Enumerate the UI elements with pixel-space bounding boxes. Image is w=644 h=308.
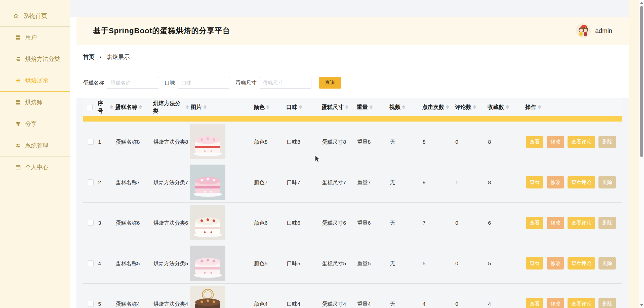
sort-arrows-icon[interactable]: [402, 105, 405, 109]
edit-button[interactable]: 修改: [547, 257, 564, 270]
sidebar-item-label: 系统管理: [25, 142, 48, 149]
cake-photo[interactable]: [190, 162, 253, 202]
row-checkbox[interactable]: [88, 260, 94, 266]
user-box[interactable]: admin: [576, 23, 612, 38]
edit-button[interactable]: 修改: [547, 176, 564, 188]
row-checkbox-cell: [83, 220, 97, 226]
delete-button[interactable]: 删除: [598, 176, 616, 188]
column-header-重量[interactable]: 重量: [356, 102, 389, 112]
view-comments-button[interactable]: 查看评论: [568, 298, 595, 308]
user-avatar[interactable]: [576, 23, 591, 38]
cake-photo[interactable]: [190, 122, 253, 162]
sort-arrows-icon[interactable]: [266, 105, 269, 109]
column-header-点击次数[interactable]: 点击次数: [422, 102, 454, 112]
edit-button[interactable]: 修改: [547, 217, 564, 229]
username-label[interactable]: admin: [595, 27, 612, 34]
cake-photo[interactable]: [190, 203, 253, 243]
column-header-颜色[interactable]: 颜色: [253, 102, 286, 112]
edit-button[interactable]: 修改: [547, 136, 564, 148]
scroll-down-arrow-icon[interactable]: [640, 304, 643, 306]
sort-arrows-icon[interactable]: [186, 105, 189, 109]
sidebar-item-分享[interactable]: 分享: [0, 113, 70, 135]
search-input[interactable]: [259, 77, 311, 89]
view-button[interactable]: 查看: [526, 217, 543, 229]
select-all-checkbox[interactable]: [87, 104, 93, 110]
cell-size: 蛋糕尺寸5: [321, 259, 356, 267]
row-checkbox[interactable]: [88, 220, 94, 226]
column-header-收藏数[interactable]: 收藏数: [487, 102, 525, 112]
column-header-口味[interactable]: 口味: [286, 102, 321, 112]
cell-favorites: 6: [487, 219, 525, 227]
column-header-label: 烘焙方法分类: [153, 100, 184, 114]
table-panel: 序号 蛋糕名称 烘焙方法分类 图片 颜色 口味 蛋糕尺寸 重量: [76, 98, 629, 308]
scrollbar-thumb[interactable]: [640, 6, 643, 157]
sort-arrows-icon[interactable]: [370, 105, 373, 109]
column-header-蛋糕名称[interactable]: 蛋糕名称: [115, 102, 152, 112]
row-checkbox[interactable]: [88, 179, 94, 185]
edit-button[interactable]: 修改: [547, 298, 564, 308]
breadcrumb-home[interactable]: 首页: [83, 53, 95, 61]
column-header-图片[interactable]: 图片: [190, 102, 253, 112]
sidebar-item-系统首页[interactable]: 系统首页: [0, 5, 70, 27]
sort-arrows-icon[interactable]: [345, 105, 348, 109]
sort-arrows-icon[interactable]: [538, 105, 541, 109]
view-button[interactable]: 查看: [526, 298, 543, 308]
delete-button[interactable]: 删除: [598, 257, 616, 270]
cell-category: 烘焙方法分类4: [152, 300, 190, 308]
sort-arrows-icon[interactable]: [204, 105, 207, 109]
sidebar-item-系统管理[interactable]: 系统管理: [0, 135, 70, 157]
delete-button[interactable]: 删除: [598, 217, 616, 229]
cell-flavor: 口味8: [286, 138, 321, 146]
column-header-视频[interactable]: 视频: [389, 102, 422, 112]
search-input[interactable]: [178, 77, 230, 89]
sidebar-item-烘焙方法分类[interactable]: 烘焙方法分类: [0, 48, 70, 70]
column-header-烘焙方法分类[interactable]: 烘焙方法分类: [152, 98, 190, 116]
view-button[interactable]: 查看: [526, 257, 543, 270]
column-header-评论数[interactable]: 评论数: [454, 102, 487, 112]
column-header-label: 蛋糕尺寸: [321, 103, 344, 111]
column-header-label: 口味: [286, 103, 297, 111]
cell-category: 烘焙方法分类8: [152, 138, 190, 146]
sort-arrows-icon[interactable]: [446, 105, 449, 109]
cake-photo[interactable]: [190, 243, 253, 283]
sidebar-item-烘焙师[interactable]: 烘焙师: [0, 92, 70, 113]
column-header-序号[interactable]: 序号: [97, 98, 115, 116]
sort-arrows-icon[interactable]: [473, 105, 476, 109]
column-header-操作[interactable]: 操作: [525, 102, 622, 112]
row-checkbox[interactable]: [88, 301, 94, 307]
delete-button[interactable]: 删除: [598, 136, 616, 148]
main-content: 基于SpringBoot的蛋糕烘焙的分享平台 admin: [70, 0, 629, 308]
sort-arrows-icon[interactable]: [506, 105, 509, 109]
sidebar-item-个人中心[interactable]: 个人中心: [0, 157, 70, 178]
view-comments-button[interactable]: 查看评论: [568, 176, 595, 188]
cell-favorites: 8: [487, 138, 525, 146]
scroll-up-arrow-icon[interactable]: [640, 2, 643, 4]
row-checkbox[interactable]: [88, 139, 94, 145]
cell-size: 蛋糕尺寸8: [321, 138, 356, 146]
view-comments-button[interactable]: 查看评论: [568, 257, 595, 270]
cell-favorites: 8: [487, 178, 525, 186]
sort-arrows-icon[interactable]: [110, 105, 113, 109]
sort-arrows-icon[interactable]: [299, 105, 302, 109]
view-button[interactable]: 查看: [526, 136, 543, 148]
sort-arrows-icon[interactable]: [139, 105, 142, 109]
vertical-scrollbar[interactable]: [639, 0, 644, 308]
cake-photo[interactable]: [190, 284, 253, 308]
table-header-row: 序号 蛋糕名称 烘焙方法分类 图片 颜色 口味 蛋糕尺寸 重量: [83, 98, 622, 116]
cell-cake-name: 蛋糕名称8: [115, 138, 152, 146]
delete-button[interactable]: 删除: [598, 298, 616, 308]
query-button[interactable]: 查询: [319, 77, 341, 89]
cell-cake-name: 蛋糕名称5: [115, 259, 152, 267]
search-input[interactable]: [107, 77, 159, 89]
right-gutter: [629, 0, 639, 308]
cake-photo-image: [190, 205, 225, 240]
view-comments-button[interactable]: 查看评论: [568, 136, 595, 148]
view-comments-button[interactable]: 查看评论: [568, 217, 595, 229]
avatar-illustration: [576, 23, 591, 38]
column-header-蛋糕尺寸[interactable]: 蛋糕尺寸: [321, 102, 356, 112]
cell-flavor: 口味5: [286, 259, 321, 267]
search-field: 蛋糕尺寸: [235, 77, 311, 89]
view-button[interactable]: 查看: [526, 176, 543, 188]
sidebar-item-用户[interactable]: 用户: [0, 27, 70, 48]
sidebar-item-烘焙展示[interactable]: 烘焙展示: [0, 70, 70, 92]
